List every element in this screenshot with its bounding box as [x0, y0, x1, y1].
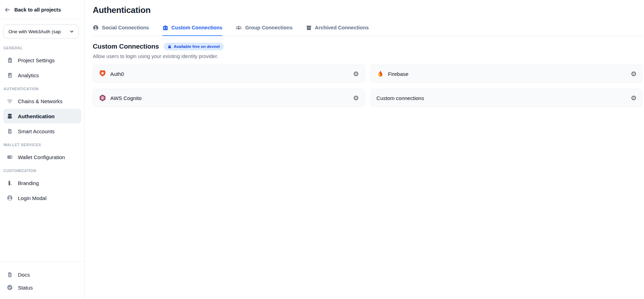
chevron-down-icon — [69, 29, 74, 34]
connections-grid: Auth0 ⚙ Firebase ⚙ — [93, 65, 643, 107]
connection-label: Custom connections — [377, 95, 424, 101]
sidebar: Back to all projects One with Web3Auth (… — [0, 0, 85, 299]
back-to-projects-label: Back to all projects — [14, 7, 61, 13]
lock-icon — [168, 45, 172, 49]
sidebar-nav: GENERAL Project Settings — [0, 42, 84, 261]
sidebar-item-label: Chains & Networks — [18, 98, 63, 104]
connection-label: Firebase — [388, 71, 408, 77]
sidebar-item-label: Authentication — [18, 113, 55, 119]
sidebar-item-label: Smart Accounts — [18, 128, 55, 134]
sidebar-item-label: Docs — [18, 272, 30, 278]
check-circle-icon — [7, 284, 13, 291]
card-auth0[interactable]: Auth0 ⚙ — [93, 65, 365, 83]
archive-box-icon — [306, 25, 312, 31]
back-to-projects-link[interactable]: Back to all projects — [0, 0, 84, 19]
clipboard-icon — [7, 57, 13, 63]
connection-label: AWS Cognito — [110, 95, 141, 101]
page-title: Authentication — [93, 5, 643, 15]
card-aws-cognito[interactable]: AWS Cognito ⚙ — [93, 89, 365, 107]
devnet-badge-label: Available free on devnet — [174, 44, 220, 49]
section-label-wallet-services: WALLET SERVICES — [0, 139, 84, 149]
sidebar-item-authentication[interactable]: Authentication — [3, 109, 81, 123]
card-firebase[interactable]: Firebase ⚙ — [371, 65, 643, 83]
sidebar-item-label: Project Settings — [18, 57, 55, 63]
section-label-authentication: AUTHENTICATION — [0, 83, 84, 93]
section-label-general: GENERAL — [0, 42, 84, 52]
sidebar-item-branding[interactable]: Branding — [3, 176, 81, 190]
sidebar-item-analytics[interactable]: Analytics — [3, 68, 81, 83]
gear-icon[interactable]: ⚙ — [353, 71, 359, 77]
sidebar-item-label: Analytics — [18, 72, 39, 78]
gear-icon[interactable]: ⚙ — [353, 95, 359, 101]
tab-bar: Social Connections Custom Connections — [93, 24, 643, 36]
tab-group-connections[interactable]: Group Connections — [236, 24, 292, 36]
section-title: Custom Connections — [93, 43, 159, 50]
firebase-logo-icon — [377, 70, 384, 78]
docs-icon — [7, 271, 13, 278]
card-custom-connections[interactable]: Custom connections ⚙ — [371, 89, 643, 107]
tab-archived-connections[interactable]: Archived Connections — [306, 24, 369, 36]
sidebar-item-docs[interactable]: Docs — [3, 268, 81, 281]
tab-label: Group Connections — [245, 25, 292, 30]
sidebar-item-label: Branding — [18, 180, 39, 186]
section-description: Allow users to login using your existing… — [93, 54, 643, 59]
project-selector-dropdown[interactable]: One with Web3Auth (sap — [3, 24, 79, 38]
sidebar-footer: Docs Status — [0, 261, 84, 299]
wifi-icon — [7, 98, 13, 104]
sidebar-item-chains-networks[interactable]: Chains & Networks — [3, 94, 81, 108]
section-header: Custom Connections Available free on dev… — [93, 43, 643, 50]
sidebar-item-wallet-configuration[interactable]: Wallet Configuration — [3, 150, 81, 164]
tab-label: Custom Connections — [172, 25, 223, 30]
project-selector-value: One with Web3Auth (sap — [8, 29, 65, 34]
wallet-icon — [7, 154, 13, 160]
users-group-icon — [236, 24, 242, 31]
tab-label: Social Connections — [102, 25, 149, 30]
main-content: Authentication Social Connections — [85, 0, 644, 299]
gear-icon[interactable]: ⚙ — [631, 95, 637, 101]
auth0-logo-icon — [99, 70, 106, 78]
id-badge-icon — [162, 25, 168, 31]
section-label-customization: CUSTOMIZATION — [0, 165, 84, 175]
sidebar-item-project-settings[interactable]: Project Settings — [3, 53, 81, 67]
user-circle-icon — [7, 195, 13, 201]
analytics-icon — [7, 72, 13, 78]
sidebar-item-label: Wallet Configuration — [18, 154, 65, 160]
sidebar-item-login-modal[interactable]: Login Modal — [3, 191, 81, 205]
sidebar-item-label: Status — [18, 285, 33, 291]
sidebar-item-smart-accounts[interactable]: Smart Accounts — [3, 124, 81, 138]
connection-label: Auth0 — [110, 71, 124, 77]
database-icon — [7, 113, 13, 119]
aws-cognito-logo-icon — [99, 94, 106, 102]
tab-social-connections[interactable]: Social Connections — [93, 24, 149, 36]
sidebar-item-label: Login Modal — [18, 195, 47, 201]
gear-icon[interactable]: ⚙ — [631, 71, 637, 77]
file-icon — [7, 128, 13, 134]
branding-icon — [7, 180, 13, 186]
tab-custom-connections[interactable]: Custom Connections — [162, 24, 223, 36]
devnet-badge: Available free on devnet — [164, 43, 224, 50]
sidebar-item-status[interactable]: Status — [3, 281, 81, 294]
back-arrow-icon — [4, 7, 10, 13]
tab-label: Archived Connections — [315, 25, 369, 30]
user-circle-icon — [93, 25, 99, 31]
